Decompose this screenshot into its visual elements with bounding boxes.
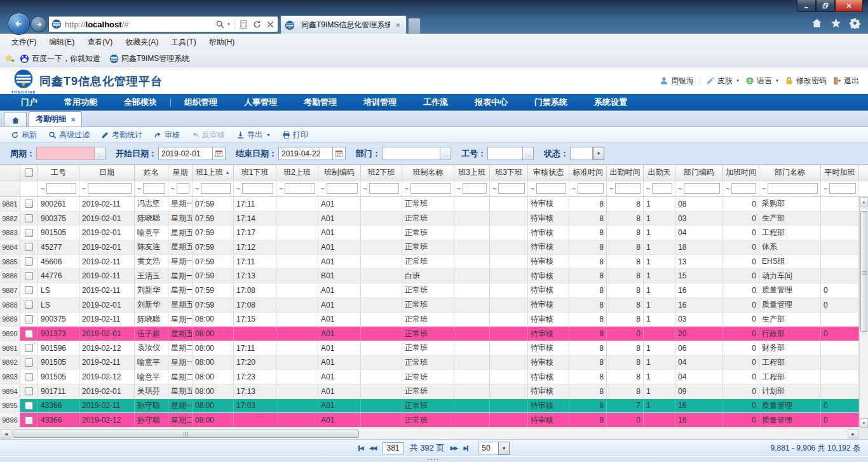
row-checkbox[interactable] xyxy=(25,373,33,381)
scroll-up-icon[interactable]: ▲ xyxy=(860,197,868,207)
favorite-link[interactable]: 同鑫T9IMS管理系统 xyxy=(109,53,189,64)
column-filter-input[interactable] xyxy=(242,183,273,194)
prev-page-button[interactable]: ◀◀ xyxy=(369,445,377,451)
column-header[interactable]: 工号 xyxy=(38,165,79,180)
language-menu[interactable]: 语言▼ xyxy=(745,76,779,86)
table-row[interactable]: 98909013732019-02-01伍子超星期五08:00A01正常班待审核… xyxy=(0,327,868,341)
column-header[interactable]: 班3上班 xyxy=(454,165,490,180)
column-header[interactable]: 标准时间 xyxy=(569,165,607,180)
table-row[interactable]: 9884452772019-02-01陈友连星期五07:5917:12A01正常… xyxy=(0,240,868,255)
column-filter-input[interactable] xyxy=(327,183,358,194)
compatibility-view-icon[interactable] xyxy=(239,20,248,29)
nav-item[interactable]: 全部模块 xyxy=(111,97,170,108)
column-filter-input[interactable] xyxy=(578,183,604,194)
period-input[interactable] xyxy=(36,147,95,160)
column-header[interactable]: 出勤天 xyxy=(644,165,675,180)
nav-item[interactable]: 人事管理 xyxy=(231,97,290,108)
column-filter-input[interactable] xyxy=(684,183,720,194)
column-header[interactable]: 姓名 xyxy=(135,165,168,180)
nav-item[interactable]: 门户 xyxy=(8,97,51,108)
column-filter-input[interactable] xyxy=(829,183,856,194)
column-header[interactable]: 班1上班▲ xyxy=(193,165,234,180)
column-header[interactable]: 班制编码 xyxy=(318,165,361,180)
last-page-button[interactable]: ▶ xyxy=(463,445,468,451)
column-header[interactable]: 星期 xyxy=(168,165,193,180)
menu-item[interactable]: 工具(T) xyxy=(165,37,202,48)
advanced-filter-button[interactable]: 高级过滤 xyxy=(43,130,95,140)
search-dropdown-icon[interactable]: ▼ xyxy=(227,22,231,26)
page-size-input[interactable] xyxy=(478,442,498,454)
column-filter-input[interactable] xyxy=(201,183,231,194)
attendance-stats-button[interactable]: 考勤统计 xyxy=(95,130,148,140)
table-row[interactable]: 98819002612019-02-11冯志坚星期一07:5917:11A01正… xyxy=(0,197,868,212)
tab-attendance-detail[interactable]: 考勤明细 × xyxy=(29,111,82,126)
window-close-button[interactable] xyxy=(835,0,863,12)
address-bar[interactable]: http://localhost/# ▼ xyxy=(48,16,278,32)
column-header[interactable]: 班制名称 xyxy=(402,165,454,180)
new-tab-stub[interactable] xyxy=(408,18,421,34)
column-header[interactable]: 日期 xyxy=(79,165,135,180)
current-user[interactable]: 周银海 xyxy=(660,76,694,86)
column-header[interactable]: 加班时间 xyxy=(723,165,759,180)
change-password-button[interactable]: 修改密码 xyxy=(785,76,827,86)
row-checkbox[interactable] xyxy=(25,330,33,338)
column-filter-input[interactable] xyxy=(768,183,818,194)
nav-item[interactable]: 组织管理 xyxy=(171,97,231,108)
table-row[interactable]: 9886447762019-02-11王清玉星期一07:5917:13B01白班… xyxy=(0,269,868,283)
nav-item[interactable]: 系统设置 xyxy=(581,97,641,108)
menu-item[interactable]: 文件(F) xyxy=(5,37,43,48)
nav-item[interactable]: 工作流 xyxy=(410,97,461,108)
column-header[interactable]: 班2上班 xyxy=(276,165,318,180)
table-row[interactable]: 98899003752019-02-11陈晓聪星期一08:0017:15A01正… xyxy=(0,313,868,327)
nav-item[interactable]: 报表中心 xyxy=(461,97,521,108)
gear-icon[interactable] xyxy=(850,18,860,29)
row-checkbox[interactable] xyxy=(25,200,33,208)
menu-item[interactable]: 编辑(E) xyxy=(43,37,81,48)
row-checkbox[interactable] xyxy=(25,402,33,410)
menu-item[interactable]: 收藏夹(A) xyxy=(119,37,165,48)
logout-button[interactable]: 退出 xyxy=(832,76,859,86)
page-size-dropdown-icon[interactable]: ▼ xyxy=(498,442,510,455)
table-row[interactable]: 9895433662019-02-11孙守聪星期一08:0017:03A01正常… xyxy=(0,399,868,414)
table-row[interactable]: 98929015052019-02-11喻意平星期一08:0017:20A01正… xyxy=(0,356,868,370)
table-row[interactable]: 98919015962019-02-12袁汝仪星期二08:0017:11A01正… xyxy=(0,341,868,356)
column-filter-input[interactable] xyxy=(652,183,672,194)
refresh-button[interactable]: 刷新 xyxy=(5,130,43,140)
employee-no-picker-button[interactable]: … xyxy=(523,147,534,160)
table-row[interactable]: 98839015052019-02-01喻意平星期五07:5917:17A01正… xyxy=(0,226,868,240)
table-row[interactable]: 9887LS2019-02-11刘新华星期一07:5917:08A01正常班待审… xyxy=(0,283,868,298)
menu-item[interactable]: 查看(V) xyxy=(81,37,119,48)
scroll-left-icon[interactable]: ◀ xyxy=(1,429,11,438)
favorite-link[interactable]: 百度一下，你就知道 xyxy=(20,53,100,64)
row-checkbox[interactable] xyxy=(25,243,33,251)
column-header[interactable]: 部门名称 xyxy=(759,165,821,180)
column-header[interactable]: 班2下班 xyxy=(361,165,402,180)
department-input[interactable] xyxy=(382,147,440,160)
status-select[interactable] xyxy=(570,147,593,160)
column-filter-input[interactable] xyxy=(46,183,76,194)
horizontal-scroll-thumb[interactable] xyxy=(13,430,359,438)
next-page-button[interactable]: ▶▶ xyxy=(450,445,458,451)
column-filter-input[interactable] xyxy=(731,183,756,194)
forward-button[interactable] xyxy=(31,16,47,32)
favorites-star-icon[interactable] xyxy=(831,18,841,29)
row-checkbox[interactable] xyxy=(25,301,33,309)
nav-item[interactable]: 考勤管理 xyxy=(290,97,350,108)
column-filter-input[interactable] xyxy=(463,183,487,194)
table-row[interactable]: 9896433662019-02-12孙守聪星期二08:00A01正常班待审核8… xyxy=(0,413,868,428)
nav-item[interactable]: 常用功能 xyxy=(51,97,111,108)
stop-icon[interactable] xyxy=(266,20,275,29)
scroll-down-icon[interactable]: ▼ xyxy=(860,418,868,428)
calendar-icon[interactable] xyxy=(333,147,346,160)
end-date-input[interactable] xyxy=(278,147,333,160)
home-tab[interactable] xyxy=(4,112,27,126)
scroll-right-icon[interactable]: ▶ xyxy=(848,429,858,438)
resize-grip[interactable] xyxy=(428,459,440,460)
period-picker-button[interactable]: … xyxy=(95,147,105,160)
table-row[interactable]: 98829003752019-02-01陈晓聪星期五07:5917:14A01正… xyxy=(0,212,868,226)
vertical-scroll-thumb[interactable] xyxy=(860,211,867,332)
column-filter-input[interactable] xyxy=(143,183,165,194)
column-header[interactable]: 出勤时间 xyxy=(607,165,644,180)
row-checkbox[interactable] xyxy=(25,315,33,323)
status-dropdown-icon[interactable]: ▼ xyxy=(593,147,604,160)
